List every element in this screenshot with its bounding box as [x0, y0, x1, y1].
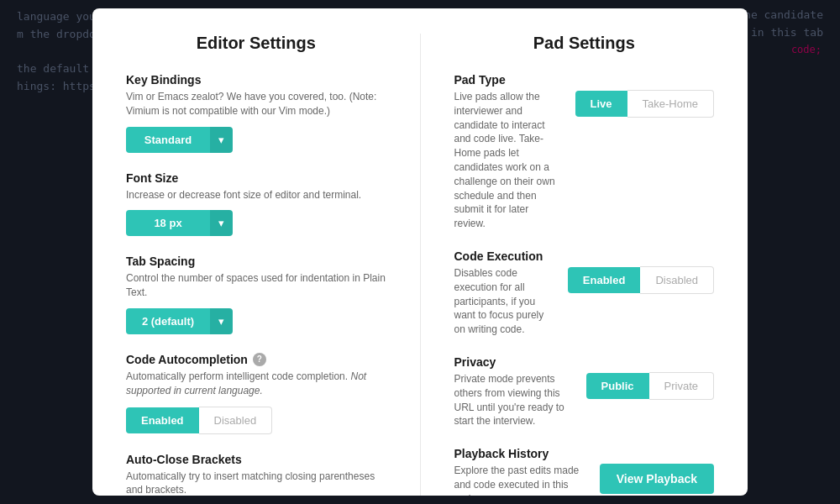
tab-spacing-section: Tab Spacing Control the number of spaces… [126, 255, 386, 334]
code-execution-row: Disables code execution for all particip… [454, 266, 715, 337]
pad-type-toggle: Live Take-Home [575, 90, 714, 118]
autocompletion-enabled-btn[interactable]: Enabled [126, 407, 199, 433]
code-execution-desc: Disables code execution for all particip… [454, 266, 551, 337]
code-execution-section: Code Execution Disables code execution f… [454, 249, 715, 337]
pad-type-label: Pad Type [454, 73, 715, 87]
font-size-desc: Increase or decrease font size of editor… [126, 188, 386, 202]
privacy-private-btn[interactable]: Private [649, 372, 714, 400]
privacy-toggle: Public Private [586, 372, 714, 400]
privacy-row: Private mode prevents others from viewin… [454, 372, 715, 428]
code-autocompletion-toggle: Enabled Disabled [126, 407, 386, 434]
pad-settings-column: Pad Settings Pad Type Live pads allow th… [454, 34, 715, 496]
editor-settings-title: Editor Settings [126, 34, 386, 53]
modal-overlay: Editor Settings Key Bindings Vim or Emac… [0, 0, 840, 504]
tab-spacing-control: 2 (default) ▾ [126, 308, 386, 334]
key-bindings-select-value[interactable]: Standard [126, 127, 210, 153]
privacy-section: Privacy Private mode prevents others fro… [454, 355, 715, 428]
settings-modal: Editor Settings Key Bindings Vim or Emac… [92, 8, 748, 496]
key-bindings-section: Key Bindings Vim or Emacs zealot? We hav… [126, 73, 386, 153]
playback-history-desc: Explore the past edits made and code exe… [454, 464, 583, 496]
code-execution-controls: Enabled Disabled [568, 266, 714, 294]
font-size-section: Font Size Increase or decrease font size… [126, 171, 386, 237]
key-bindings-control: Standard ▾ [126, 127, 386, 153]
key-bindings-label: Key Bindings [126, 73, 386, 87]
privacy-public-btn[interactable]: Public [586, 373, 649, 399]
autocompletion-disabled-btn[interactable]: Disabled [199, 407, 273, 434]
tab-spacing-desc: Control the number of spaces used for in… [126, 271, 386, 300]
autocompletion-help-icon[interactable]: ? [253, 353, 266, 366]
auto-close-brackets-desc: Automatically try to insert matching clo… [126, 470, 386, 496]
font-size-dropdown-arrow[interactable]: ▾ [210, 210, 233, 236]
font-size-control: 18 px ▾ [126, 210, 386, 236]
code-execution-label: Code Execution [454, 249, 715, 263]
editor-settings-column: Editor Settings Key Bindings Vim or Emac… [126, 34, 421, 496]
tab-spacing-dropdown-arrow[interactable]: ▾ [210, 308, 233, 334]
auto-close-brackets-label: Auto-Close Brackets [126, 453, 386, 466]
privacy-label: Privacy [454, 355, 715, 369]
pad-type-controls: Live Take-Home [575, 90, 714, 118]
key-bindings-dropdown-arrow[interactable]: ▾ [210, 127, 233, 153]
code-execution-toggle: Enabled Disabled [568, 266, 714, 294]
code-execution-enabled-btn[interactable]: Enabled [568, 267, 641, 293]
code-autocompletion-desc: Automatically perform intelligent code c… [126, 370, 386, 398]
code-execution-disabled-btn[interactable]: Disabled [640, 266, 714, 294]
pad-settings-title: Pad Settings [454, 34, 715, 53]
playback-history-row: Explore the past edits made and code exe… [454, 464, 715, 496]
font-size-select-value[interactable]: 18 px [126, 210, 210, 236]
playback-history-controls: View Playback [600, 464, 714, 494]
auto-close-brackets-section: Auto-Close Brackets Automatically try to… [126, 453, 386, 496]
privacy-desc: Private mode prevents others from viewin… [454, 372, 570, 428]
font-size-label: Font Size [126, 171, 386, 185]
pad-type-live-btn[interactable]: Live [575, 91, 627, 117]
playback-history-section: Playback History Explore the past edits … [454, 447, 715, 496]
pad-type-desc: Live pads allow the interviewer and cand… [454, 90, 559, 231]
tab-spacing-select-value[interactable]: 2 (default) [126, 308, 210, 334]
pad-type-row: Live pads allow the interviewer and cand… [454, 90, 715, 231]
pad-type-section: Pad Type Live pads allow the interviewer… [454, 73, 715, 231]
code-autocompletion-section: Code Autocompletion ? Automatically perf… [126, 353, 386, 434]
key-bindings-desc: Vim or Emacs zealot? We have you covered… [126, 90, 386, 118]
privacy-controls: Public Private [586, 372, 714, 400]
code-autocompletion-label: Code Autocompletion ? [126, 353, 386, 366]
view-playback-button[interactable]: View Playback [600, 464, 714, 494]
playback-history-label: Playback History [454, 447, 715, 460]
tab-spacing-label: Tab Spacing [126, 255, 386, 268]
pad-type-takehome-btn[interactable]: Take-Home [627, 90, 714, 118]
